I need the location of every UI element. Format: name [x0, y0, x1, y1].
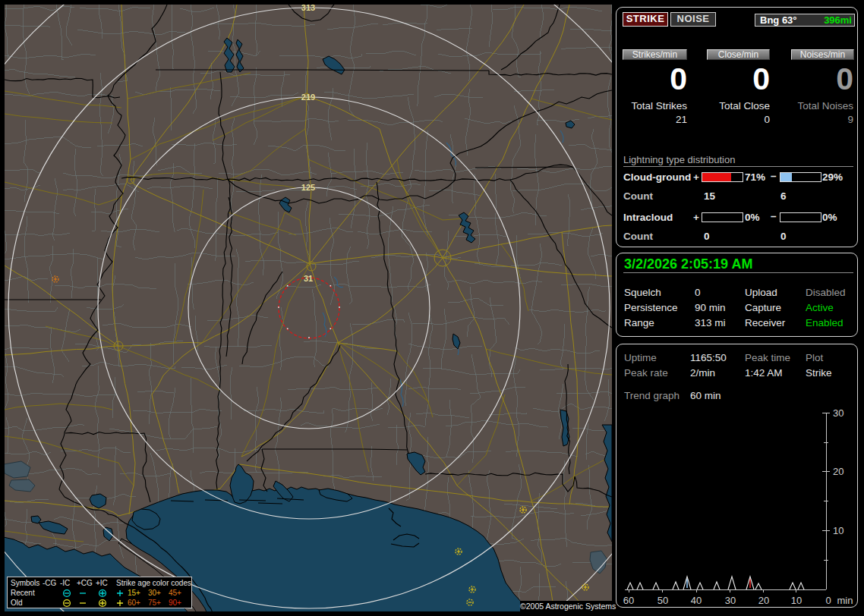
svg-text:0: 0 — [825, 595, 831, 606]
svg-text:313: 313 — [301, 5, 315, 12]
svg-text:30: 30 — [725, 595, 736, 606]
svg-text:219: 219 — [301, 93, 315, 102]
svg-text:40: 40 — [691, 595, 702, 606]
svg-text:31: 31 — [304, 274, 313, 283]
svg-text:10: 10 — [791, 595, 802, 606]
svg-text:30: 30 — [833, 409, 844, 419]
svg-text:min: min — [837, 595, 853, 606]
svg-text:20: 20 — [758, 595, 769, 606]
svg-text:10: 10 — [833, 525, 844, 536]
svg-text:20: 20 — [833, 466, 844, 477]
svg-text:125: 125 — [301, 183, 315, 192]
svg-text:50: 50 — [657, 595, 668, 606]
svg-text:60: 60 — [623, 595, 634, 606]
